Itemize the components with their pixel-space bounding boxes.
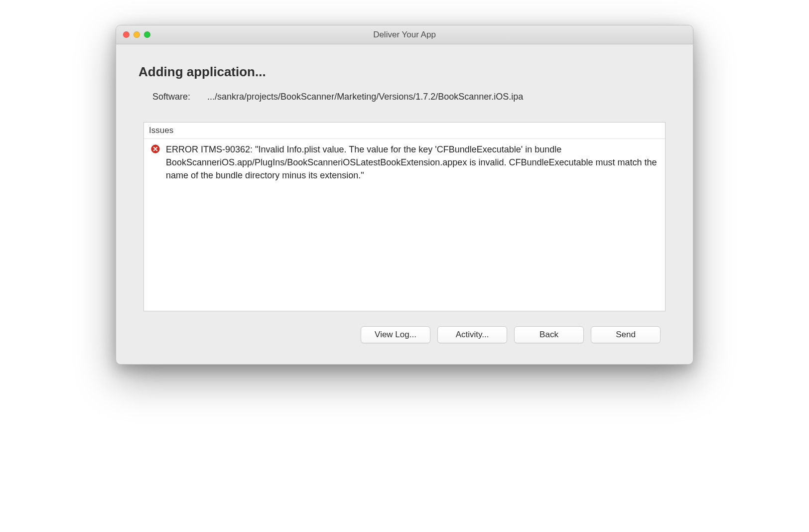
window-title: Deliver Your App [116,30,693,40]
issue-message: ERROR ITMS-90362: "Invalid Info.plist va… [166,143,658,182]
software-label: Software: [152,92,207,102]
page-heading: Adding application... [138,64,671,80]
close-window-button[interactable] [123,31,130,38]
minimize-window-button[interactable] [134,31,140,38]
titlebar[interactable]: Deliver Your App [116,25,693,44]
traffic-lights [116,31,150,38]
issues-header: Issues [144,123,665,139]
error-icon [151,144,160,153]
view-log-button[interactable]: View Log... [361,326,430,343]
button-bar: View Log... Activity... Back Send [138,323,671,354]
issues-panel: Issues ERROR ITMS-90362: "Invalid Info.p… [143,122,666,311]
activity-button[interactable]: Activity... [437,326,507,343]
issue-row: ERROR ITMS-90362: "Invalid Info.plist va… [144,139,665,186]
back-button[interactable]: Back [514,326,584,343]
app-window: Deliver Your App Adding application... S… [116,25,693,365]
content-area: Adding application... Software: .../sank… [116,44,693,364]
software-row: Software: .../sankra/projects/BookScanne… [138,92,671,102]
zoom-window-button[interactable] [144,31,150,38]
software-path: .../sankra/projects/BookScanner/Marketin… [207,92,671,102]
send-button[interactable]: Send [591,326,661,343]
